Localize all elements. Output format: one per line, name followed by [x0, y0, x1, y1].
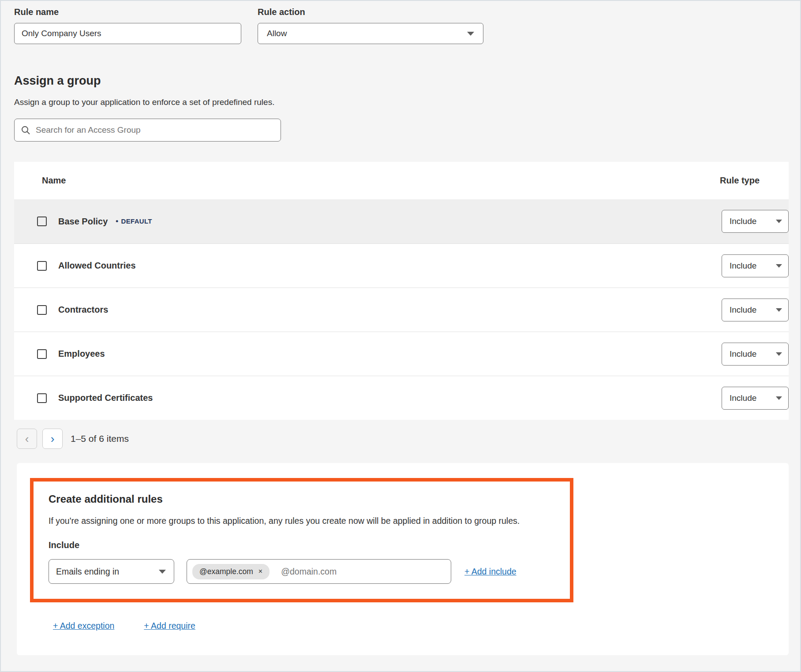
row-group-name: Allowed Countries: [58, 261, 136, 271]
table-body: Base Policy •DEFAULT Include Allowed Cou…: [14, 199, 789, 420]
column-header-name: Name: [42, 175, 66, 186]
row-group-name: Supported Certificates: [58, 393, 153, 403]
rule-type-select[interactable]: Include: [722, 387, 789, 410]
row-group-name: Employees: [58, 349, 105, 359]
footer-links: + Add exception + Add require: [53, 621, 789, 631]
chevron-down-icon: [159, 570, 166, 574]
next-page-button[interactable]: ›: [42, 429, 63, 449]
search-input[interactable]: [36, 119, 274, 141]
row-group-name: Base Policy: [58, 217, 108, 227]
rule-name-field-group: Rule name: [14, 7, 241, 44]
chevron-down-icon: [467, 32, 474, 36]
add-exception-link[interactable]: + Add exception: [53, 621, 114, 631]
condition-value: Emails ending in: [56, 567, 119, 577]
rule-type-value: Include: [730, 217, 756, 226]
table-row: Employees Include: [14, 332, 789, 376]
highlight-annotation-box: Create additional rules If you're assign…: [30, 478, 573, 602]
badge-dot: •: [116, 217, 118, 225]
row-group-name: Contractors: [58, 305, 108, 315]
rule-type-select[interactable]: Include: [722, 299, 789, 321]
additional-rules-panel: Create additional rules If you're assign…: [17, 463, 789, 655]
search-icon: [21, 125, 30, 135]
table-row: Contractors Include: [14, 287, 789, 332]
assign-group-description: Assign a group to your application to en…: [14, 97, 800, 107]
rule-action-select[interactable]: Allow: [258, 23, 483, 44]
condition-select[interactable]: Emails ending in: [49, 559, 174, 584]
rule-type-value: Include: [730, 261, 756, 271]
table-row: Supported Certificates Include: [14, 376, 789, 420]
pagination-label: 1–5 of 6 items: [71, 433, 129, 444]
rule-type-value: Include: [730, 349, 756, 359]
chevron-right-icon: ›: [51, 433, 55, 444]
email-chip-value: @example.com: [199, 567, 253, 576]
email-input-placeholder: @domain.com: [281, 567, 337, 577]
chevron-down-icon: [776, 396, 782, 400]
rule-type-select[interactable]: Include: [722, 254, 789, 277]
chevron-left-icon: ‹: [25, 433, 29, 444]
rule-type-select[interactable]: Include: [722, 343, 789, 366]
add-include-link[interactable]: + Add include: [464, 567, 517, 577]
table-header-row: Name Rule type: [14, 162, 789, 199]
rule-action-value: Allow: [267, 29, 287, 38]
rule-name-label: Rule name: [14, 7, 241, 17]
email-chip: @example.com ×: [192, 564, 269, 579]
rule-action-label: Rule action: [258, 7, 483, 17]
chevron-down-icon: [776, 352, 782, 356]
previous-page-button[interactable]: ‹: [17, 429, 37, 449]
default-badge: •DEFAULT: [116, 217, 152, 226]
access-group-search[interactable]: [14, 119, 281, 142]
chip-close-icon[interactable]: ×: [258, 568, 262, 575]
include-rule-controls: Emails ending in @example.com × @domain.…: [49, 559, 555, 584]
additional-rules-heading: Create additional rules: [49, 493, 555, 505]
row-checkbox[interactable]: [37, 217, 47, 226]
table-row: Allowed Countries Include: [14, 243, 789, 287]
chevron-down-icon: [776, 220, 782, 223]
add-require-link[interactable]: + Add require: [144, 621, 195, 631]
pagination: ‹ › 1–5 of 6 items: [17, 429, 800, 449]
access-groups-table: Name Rule type Base Policy •DEFAULT Incl…: [14, 162, 789, 420]
rule-type-value: Include: [730, 393, 756, 403]
rule-type-value: Include: [730, 305, 756, 315]
table-row: Base Policy •DEFAULT Include: [14, 199, 789, 243]
row-checkbox[interactable]: [37, 261, 47, 271]
row-checkbox[interactable]: [37, 349, 47, 359]
assign-group-heading: Assign a group: [14, 74, 800, 88]
rule-name-input[interactable]: [14, 23, 241, 44]
include-label: Include: [49, 540, 555, 550]
row-checkbox[interactable]: [37, 305, 47, 315]
email-domain-input[interactable]: @example.com × @domain.com: [187, 559, 451, 584]
chevron-down-icon: [776, 264, 782, 268]
rule-type-select[interactable]: Include: [722, 210, 789, 233]
column-header-rule-type: Rule type: [720, 175, 760, 186]
rule-action-field-group: Rule action Allow: [258, 7, 483, 44]
row-checkbox[interactable]: [37, 393, 47, 403]
chevron-down-icon: [776, 308, 782, 312]
rule-form: Rule name Rule action Allow: [1, 1, 800, 44]
additional-rules-description: If you're assigning one or more groups t…: [49, 516, 555, 526]
